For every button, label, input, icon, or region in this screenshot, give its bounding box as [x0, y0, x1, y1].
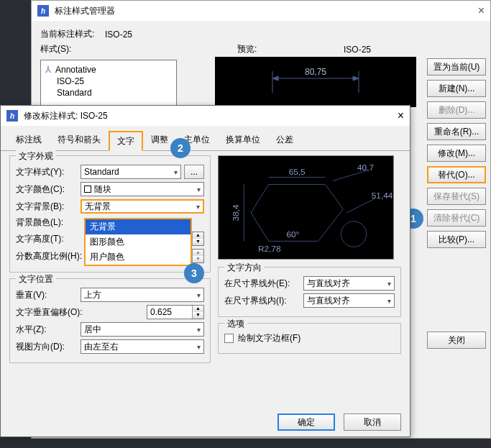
vertical-combo[interactable]: 上方 — [81, 288, 204, 302]
tab-text[interactable]: 文字 — [109, 131, 143, 151]
byblock-swatch-icon — [84, 186, 91, 193]
text-bg-dropdown[interactable]: 无背景 图形颜色 用户颜色 — [84, 218, 192, 266]
text-color-combo[interactable]: 随块 — [81, 182, 204, 196]
dropdown-option[interactable]: 无背景 — [86, 219, 191, 234]
styles-listbox[interactable]: ⅄Annotative ISO-25 Standard — [40, 60, 177, 110]
bg-color-label: 背景颜色(L): — [16, 216, 81, 229]
text-position-group: 文字位置 垂直(V): 上方 文字垂直偏移(O): 0.625▲▼ 水平(Z):… — [9, 278, 211, 363]
compare-button[interactable]: 比较(P)... — [427, 231, 486, 248]
set-current-button[interactable]: 置为当前(U) — [427, 58, 486, 76]
vertical-label: 垂直(V): — [16, 289, 81, 301]
annotative-icon: ⅄ — [45, 64, 51, 75]
spinner-up-icon[interactable]: ▲ — [192, 306, 203, 312]
viewdir-combo[interactable]: 由左至右 — [81, 339, 204, 354]
group-title: 选项 — [224, 318, 247, 330]
dlg2-body: 文字外观 文字样式(Y): Standard ... 文字颜色(C): 随块 文… — [1, 151, 410, 373]
current-style-label: 当前标注样式: — [40, 28, 105, 40]
viewdir-label: 视图方向(D): — [16, 341, 81, 353]
delete-button[interactable]: 删除(D)... — [427, 101, 486, 119]
spinner-up-icon: ▲ — [192, 250, 203, 256]
horizontal-label: 水平(Z): — [16, 324, 81, 336]
tab-dimlines[interactable]: 标注线 — [8, 130, 50, 150]
text-bg-combo[interactable]: 无背景 — [81, 199, 204, 214]
spinner-down-icon[interactable]: ▼ — [192, 239, 203, 245]
styles-label: 样式(S): — [40, 43, 71, 55]
options-group: 选项 绘制文字边框(F) — [218, 323, 401, 354]
preview-label: 预览: — [237, 43, 257, 55]
preview-panel-1: 80,75 — [215, 57, 416, 107]
dropdown-option[interactable]: 图形颜色 — [86, 234, 191, 250]
cancel-button[interactable]: 取消 — [344, 413, 401, 431]
list-item: Standard — [44, 87, 173, 99]
offset-spinner[interactable]: 0.625▲▼ — [147, 305, 204, 319]
current-style-value: ISO-25 — [105, 29, 132, 40]
svg-text:60°: 60° — [286, 229, 299, 239]
inside-combo[interactable]: 与直线对齐 — [303, 293, 395, 308]
preview-panel-2: 65,5 38,4 40,7 51,44 60° R2,78 — [218, 155, 394, 260]
text-direction-group: 文字方向 在尺寸界线外(E): 与直线对齐 在尺寸界线内(I): 与直线对齐 — [218, 267, 401, 317]
modify-dimension-style-dialog: h 修改标注样式: ISO-25 × 标注线 符号和箭头 文字 调整 主单位 换… — [0, 105, 410, 437]
rename-button[interactable]: 重命名(R)... — [427, 123, 486, 140]
dlg2-title-text: 修改标注样式: ISO-25 — [24, 110, 108, 122]
annotation-badge-3: 3 — [184, 263, 204, 283]
svg-text:80,75: 80,75 — [305, 67, 326, 77]
dlg2-footer: 确定 取消 — [277, 413, 401, 431]
sidebar-buttons: 置为当前(U) 新建(N)... 删除(D)... 重命名(R)... 修改(M… — [427, 58, 486, 349]
frame-label: 绘制文字边框(F) — [238, 332, 300, 344]
spinner-up-icon[interactable]: ▲ — [192, 232, 203, 239]
text-style-combo[interactable]: Standard — [81, 165, 181, 179]
text-bg-label: 文字背景(B): — [16, 201, 81, 213]
group-title: 文字外观 — [16, 150, 56, 163]
new-button[interactable]: 新建(N)... — [427, 80, 486, 97]
group-title: 文字位置 — [16, 273, 56, 285]
text-style-label: 文字样式(Y): — [16, 166, 81, 178]
tab-tolerance[interactable]: 公差 — [268, 130, 301, 150]
offset-label: 文字垂直偏移(O): — [16, 306, 109, 319]
text-color-label: 文字颜色(C): — [16, 183, 81, 196]
svg-point-5 — [341, 221, 367, 247]
svg-text:65,5: 65,5 — [289, 167, 306, 177]
dropdown-option[interactable]: 用户颜色 — [86, 250, 191, 265]
clear-override-button[interactable]: 清除替代(C) — [427, 209, 486, 227]
app-icon: h — [6, 110, 18, 122]
inside-label: 在尺寸界线内(I): — [224, 295, 303, 307]
outside-label: 在尺寸界线外(E): — [224, 278, 303, 290]
group-title: 文字方向 — [224, 262, 265, 274]
tab-alternate[interactable]: 换算单位 — [218, 130, 268, 150]
list-item: ISO-25 — [44, 76, 173, 87]
dlg2-close-icon[interactable]: × — [398, 109, 404, 122]
svg-text:51,44: 51,44 — [372, 191, 393, 201]
annotation-badge-2: 2 — [170, 138, 191, 158]
dlg1-title-text: 标注样式管理器 — [55, 5, 115, 17]
save-override-button[interactable]: 保存替代(S) — [427, 188, 486, 205]
dlg1-titlebar: h 标注样式管理器 × — [32, 1, 490, 21]
text-style-browse-button[interactable]: ... — [184, 165, 204, 179]
spinner-down-icon: ▼ — [192, 256, 203, 262]
spinner-down-icon[interactable]: ▼ — [192, 312, 203, 319]
app-icon: h — [37, 5, 49, 17]
horizontal-combo[interactable]: 居中 — [81, 322, 204, 337]
svg-text:40,7: 40,7 — [357, 163, 374, 173]
dlg1-body: 当前标注样式: ISO-25 样式(S): 预览: ISO-25 ⅄Annota… — [32, 21, 490, 117]
ok-button[interactable]: 确定 — [277, 413, 335, 431]
close-button[interactable]: 关闭 — [427, 332, 486, 349]
modify-button[interactable]: 修改(M)... — [427, 145, 486, 162]
preview-value: ISO-25 — [344, 45, 371, 55]
outside-combo[interactable]: 与直线对齐 — [303, 276, 395, 291]
text-height-label: 文字高度(T): — [16, 233, 81, 245]
tabs: 标注线 符号和箭头 文字 调整 主单位 换算单位 公差 — [1, 126, 410, 151]
frac-scale-label: 分数高度比例(H): — [16, 250, 95, 262]
svg-text:R2,78: R2,78 — [258, 244, 281, 254]
svg-text:38,4: 38,4 — [231, 204, 241, 221]
list-item: ⅄Annotative — [44, 63, 173, 76]
tab-symbols[interactable]: 符号和箭头 — [50, 130, 109, 150]
dlg1-close-icon[interactable]: × — [478, 4, 485, 17]
dlg2-titlebar: h 修改标注样式: ISO-25 × — [1, 106, 410, 126]
override-button[interactable]: 替代(O)... — [427, 166, 486, 183]
frame-checkbox[interactable] — [224, 334, 234, 343]
